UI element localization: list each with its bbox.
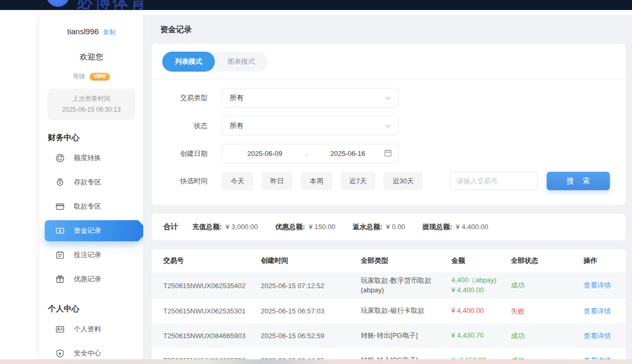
- table-row: T250615NWUX062535301 2025-06-15 06:57:03…: [152, 299, 626, 323]
- chevron-down-icon: [385, 94, 391, 102]
- promo-total-label: 优惠总额:: [275, 222, 305, 232]
- quick-7days-button[interactable]: 近7天: [340, 172, 376, 190]
- col-operation: 操作: [573, 256, 614, 265]
- col-type: 全部类型: [361, 256, 451, 265]
- svg-text:$: $: [59, 181, 61, 185]
- cell-type: 转账-转入[PG电子]: [361, 356, 451, 359]
- status-select[interactable]: 所有: [222, 116, 399, 135]
- cell-create-time: 2025-06-15 07:12:52: [261, 282, 361, 290]
- table-row: T250615NWUX084665903 2025-06-15 06:52:59…: [152, 323, 626, 348]
- cell-amount: ¥ -3,150.00: [451, 356, 511, 359]
- username: tiansl996: [67, 27, 98, 36]
- sidebar-item-security[interactable]: 安全中心: [39, 341, 143, 359]
- sidebar-item-promo-records[interactable]: 优惠记录: [39, 267, 143, 291]
- view-details-link[interactable]: 查看详情: [573, 331, 614, 341]
- sidebar-item-label: 投注记录: [74, 250, 101, 260]
- col-status: 全部状态: [511, 256, 573, 265]
- quick-time-label: 快选时间: [152, 176, 208, 186]
- svg-text:$: $: [59, 229, 61, 233]
- vip-badge: VIP0: [90, 73, 111, 81]
- filter-card: 列表模式 图表模式 交易类型 所有 状态 所有: [152, 44, 626, 205]
- last-login-time: 2025-06-15 06:30:13: [50, 104, 133, 115]
- top-header: 必博体育: [0, 0, 632, 10]
- sidebar-item-label: 取款专区: [74, 202, 101, 211]
- col-create-time: 创建时间: [261, 256, 361, 265]
- table-row: T250615NWUX084665703 2025-06-15 06:44:05…: [152, 348, 626, 359]
- cell-transaction-id: T250615NWUX062535402: [163, 282, 261, 290]
- sidebar-item-label: 安全中心: [74, 349, 101, 358]
- cell-status: 失败: [511, 307, 573, 316]
- last-login-label: 上次登录时间: [50, 93, 133, 104]
- quick-this-week-button[interactable]: 本周: [301, 172, 332, 190]
- create-date-label: 创建日期: [152, 149, 208, 159]
- rebate-total-value: ¥ 0.00: [386, 223, 405, 231]
- cell-amount: ¥ 4,430.70: [451, 331, 511, 341]
- transaction-type-value: 所有: [230, 93, 385, 103]
- level-label: 等级: [73, 72, 85, 81]
- sidebar: tiansl996复制 欢迎您 等级 VIP0 上次登录时间 2025-06-1…: [39, 15, 143, 359]
- sidebar-item-fund-records[interactable]: $ 资金记录: [45, 220, 139, 241]
- app-window: 必博体育 tiansl996复制 欢迎您 等级 VIP0 上次登录时间 2025…: [0, 0, 632, 364]
- summary-bar: 合计 充值总额: ¥ 3,000.00 优惠总额: ¥ 150.00 返水总额:…: [152, 214, 626, 240]
- date-range-picker[interactable]: 2025-06-09 → 2025-06-16: [222, 144, 399, 163]
- cell-create-time: 2025-06-15 06:57:03: [261, 307, 361, 315]
- col-amount: 金额: [451, 256, 511, 265]
- quick-30days-button[interactable]: 近30天: [383, 172, 422, 190]
- brand-logo-icon: [46, 0, 70, 7]
- table-header-row: 交易号 创建时间 全部类型 金额 全部状态 操作: [152, 249, 626, 272]
- browser-edge-artifact: [0, 359, 632, 364]
- promo-records-icon: [55, 274, 65, 284]
- brand-title: 必博体育: [77, 0, 149, 10]
- transaction-type-select[interactable]: 所有: [222, 88, 399, 107]
- quick-yesterday-button[interactable]: 昨日: [261, 172, 293, 190]
- col-transaction-id: 交易号: [163, 256, 261, 265]
- tab-chart-mode[interactable]: 图表模式: [215, 52, 268, 72]
- last-login-box: 上次登录时间 2025-06-15 06:30:13: [47, 88, 135, 120]
- sidebar-item-label: 资金记录: [74, 226, 101, 235]
- quota-transfer-icon: [55, 153, 65, 163]
- view-details-link[interactable]: 查看详情: [573, 281, 614, 290]
- sidebar-item-bet-records[interactable]: 投注记录: [39, 243, 143, 267]
- calendar-icon: [384, 149, 392, 159]
- records-table: 交易号 创建时间 全部类型 金额 全部状态 操作 T250615NWUX0625…: [152, 249, 626, 359]
- deposit-total-value: ¥ 3,000.00: [225, 223, 258, 231]
- date-range-arrow: →: [301, 150, 312, 158]
- sidebar-item-profile[interactable]: 个人资料: [39, 317, 143, 341]
- profile-icon: [55, 324, 65, 334]
- fund-records-icon: $: [55, 226, 65, 235]
- sidebar-item-deposit[interactable]: $ 存款专区: [39, 170, 143, 194]
- cell-type: 玩家取款-数字货币取款 (abpay): [361, 276, 451, 295]
- cell-amount: 4,400（abpay) ¥ 4,400.00: [451, 276, 511, 296]
- table-row: T250615NWUX062535402 2025-06-15 07:12:52…: [152, 272, 626, 299]
- welcome-text: 欢迎您: [39, 52, 143, 62]
- search-button[interactable]: 搜 索: [547, 172, 610, 190]
- rebate-total-label: 返水总额:: [353, 222, 382, 232]
- copy-username-button[interactable]: 复制: [103, 28, 116, 36]
- page-title: 资金记录: [152, 15, 626, 44]
- tab-list-mode[interactable]: 列表模式: [162, 52, 215, 72]
- withdraw-icon: [55, 202, 65, 211]
- deposit-total-label: 充值总额:: [192, 222, 222, 232]
- sidebar-item-label: 个人资料: [74, 324, 101, 334]
- status-value: 所有: [230, 121, 385, 131]
- bet-records-icon: [55, 250, 65, 260]
- quick-today-button[interactable]: 今天: [222, 172, 253, 190]
- sidebar-item-label: 额度转换: [74, 153, 101, 163]
- cell-status: 成功: [511, 331, 573, 341]
- cell-transaction-id: T250615NWUX062535301: [163, 307, 261, 315]
- sidebar-item-quota-transfer[interactable]: 额度转换: [39, 146, 143, 170]
- status-label: 状态: [152, 121, 208, 131]
- withdraw-total-label: 提现总额:: [422, 222, 452, 232]
- deposit-icon: $: [55, 178, 65, 187]
- withdraw-total-value: ¥ 4,400.00: [456, 223, 488, 231]
- date-from-value[interactable]: 2025-06-09: [229, 150, 301, 158]
- summary-total-label: 合计: [163, 222, 178, 232]
- cell-type: 玩家取款-银行卡取款: [361, 306, 451, 316]
- date-to-value[interactable]: 2025-06-16: [312, 150, 384, 158]
- chevron-down-icon: [385, 122, 391, 130]
- view-details-link[interactable]: 查看详情: [573, 307, 614, 316]
- sidebar-item-label: 存款专区: [74, 178, 101, 187]
- cell-transaction-id: T250615NWUX084665903: [163, 332, 261, 340]
- transaction-search-input[interactable]: [450, 172, 538, 190]
- sidebar-item-withdraw[interactable]: 取款专区: [39, 194, 143, 219]
